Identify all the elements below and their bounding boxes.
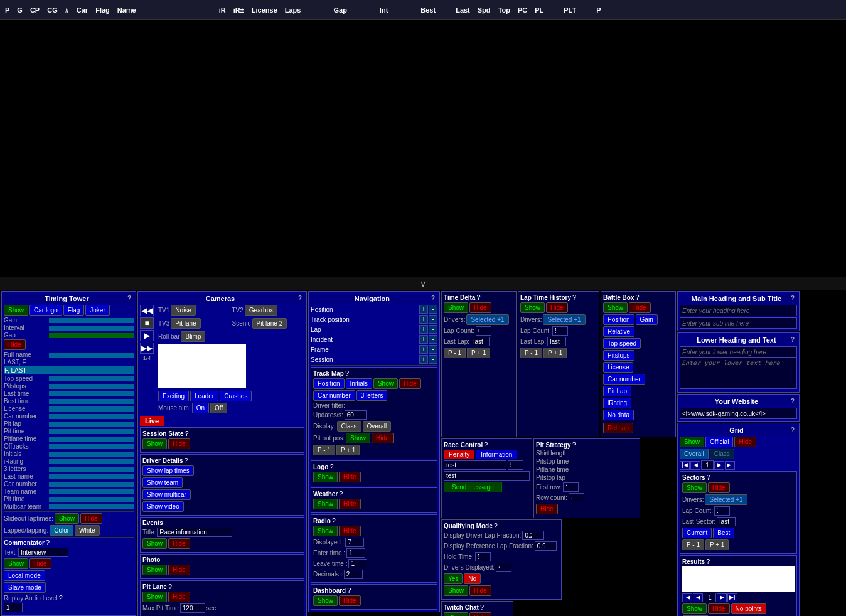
col-ir[interactable]: iR xyxy=(219,6,226,14)
results-last-btn[interactable]: ▶| xyxy=(727,593,737,602)
track-map-help[interactable]: ? xyxy=(345,369,349,377)
col-license[interactable]: License xyxy=(252,6,277,14)
td-pminus1-btn[interactable]: P - 1 xyxy=(444,348,466,358)
twitch-hide-btn[interactable]: Hide xyxy=(469,612,491,616)
lth-pplus1-btn[interactable]: P + 1 xyxy=(543,348,567,358)
slideout-show-btn[interactable]: Show xyxy=(55,513,79,524)
twitch-help[interactable]: ? xyxy=(480,603,484,611)
nav-trackpos-plus[interactable]: + xyxy=(419,315,428,324)
replay-help[interactable]: ? xyxy=(59,594,63,602)
nav-lap-plus[interactable]: + xyxy=(419,325,428,334)
commentator-help[interactable]: ? xyxy=(46,539,50,546)
pit-strategy-help[interactable]: ? xyxy=(572,441,576,449)
results-first-btn[interactable]: |◀ xyxy=(682,593,692,602)
nav-incident-minus[interactable]: - xyxy=(429,335,437,344)
sectors-current-btn[interactable]: Current xyxy=(682,528,712,538)
nav-lap-minus[interactable]: - xyxy=(429,325,437,334)
commentator-hide-btn[interactable]: Hide xyxy=(29,558,51,569)
ps-hide-btn[interactable]: Hide xyxy=(536,504,558,514)
col-plt[interactable]: PLT xyxy=(564,6,576,14)
show-laptimes-btn[interactable]: Show lap times xyxy=(142,465,194,476)
col-flag[interactable]: Flag xyxy=(95,6,110,14)
show-multicar-btn[interactable]: Show multicar xyxy=(142,489,191,500)
website-input[interactable] xyxy=(680,408,797,419)
td-pplus1-btn[interactable]: P + 1 xyxy=(467,348,490,358)
bb-gain-btn[interactable]: Gain xyxy=(636,314,658,325)
tt-carlogo-btn[interactable]: Car logo xyxy=(29,305,62,316)
qm-driversdisplayed-input[interactable] xyxy=(496,563,511,572)
mouseaim-on-btn[interactable]: On xyxy=(192,403,209,413)
time-delta-help[interactable]: ? xyxy=(476,294,480,301)
radio-displayed-input[interactable] xyxy=(345,538,364,547)
lower-heading-input[interactable] xyxy=(680,346,797,358)
col-car[interactable]: Car xyxy=(77,6,88,14)
col-best[interactable]: Best xyxy=(420,6,436,14)
td-lapcount-input[interactable] xyxy=(476,326,491,336)
events-title-input[interactable] xyxy=(157,528,232,537)
logo-help[interactable]: ? xyxy=(329,463,333,470)
cam-prev-btn[interactable]: ◀◀ xyxy=(140,305,154,316)
tt-hide-btn[interactable]: Hide xyxy=(4,339,26,350)
qm-reflap-input[interactable] xyxy=(535,541,557,551)
results-nopoints-btn[interactable]: No points xyxy=(731,603,766,614)
nav-session-minus[interactable]: - xyxy=(429,355,437,364)
photo-show-btn[interactable]: Show xyxy=(142,565,167,575)
results-show-btn[interactable]: Show xyxy=(682,603,707,614)
driver-details-help[interactable]: ? xyxy=(184,457,188,464)
replay-level-input[interactable] xyxy=(4,603,23,612)
bb-position-btn[interactable]: Position xyxy=(603,314,634,325)
bb-nodata-btn[interactable]: No data xyxy=(603,410,634,420)
scenic-pitlane2-btn[interactable]: Pit lane 2 xyxy=(252,318,287,329)
leader-btn[interactable]: Leader xyxy=(190,391,218,401)
show-team-btn[interactable]: Show team xyxy=(142,477,183,488)
cam-play-btn[interactable]: ▶ xyxy=(140,330,154,341)
slideout-hide-btn[interactable]: Hide xyxy=(80,513,102,524)
rc-input2[interactable] xyxy=(444,471,530,481)
twitch-show-btn[interactable]: Show xyxy=(444,612,468,616)
lth-lapcount-input[interactable] xyxy=(552,326,568,336)
nav-incident-plus[interactable]: + xyxy=(419,335,428,344)
mouseaim-off-btn[interactable]: Off xyxy=(210,403,227,413)
bb-hide-btn[interactable]: Hide xyxy=(629,302,651,313)
weather-hide-btn[interactable]: Hide xyxy=(339,499,361,509)
lth-hide-btn[interactable]: Hide xyxy=(546,302,568,313)
chevron-bar[interactable]: ∨ xyxy=(0,277,846,290)
send-message-btn[interactable]: Send message xyxy=(444,482,502,492)
maxpittime-input[interactable] xyxy=(180,603,205,613)
sectors-pplus1-btn[interactable]: P + 1 xyxy=(705,539,729,550)
tm-initials-btn[interactable]: Initials xyxy=(346,378,372,389)
sectors-lapcount-input[interactable] xyxy=(714,506,730,516)
nav-frame-minus[interactable]: - xyxy=(429,345,437,354)
tv3-pitlane-btn[interactable]: Pit lane xyxy=(171,318,200,329)
rollbar-blimp-btn[interactable]: Blimp xyxy=(181,331,205,342)
col-name[interactable]: Name xyxy=(117,6,136,14)
nav-position-minus[interactable]: - xyxy=(429,305,437,314)
lth-show-btn[interactable]: Show xyxy=(520,302,545,313)
rc-input1[interactable] xyxy=(444,460,506,470)
lapped-color-btn[interactable]: Color xyxy=(50,525,73,536)
grid-overall-btn[interactable]: Overall xyxy=(680,449,709,459)
lower-text-area[interactable] xyxy=(680,358,797,389)
grid-last-btn[interactable]: ▶| xyxy=(725,461,735,470)
results-hide-btn[interactable]: Hide xyxy=(708,603,730,614)
cameras-help[interactable]: ? xyxy=(298,295,302,302)
events-show-btn[interactable]: Show xyxy=(142,538,167,549)
dashboard-hide-btn[interactable]: Hide xyxy=(339,595,361,606)
logo-show-btn[interactable]: Show xyxy=(313,472,338,482)
race-control-help[interactable]: ? xyxy=(484,441,488,449)
bb-pitlap-btn[interactable]: Pit Lap xyxy=(603,386,631,396)
col-cp[interactable]: CP xyxy=(30,6,40,14)
col-cg[interactable]: CG xyxy=(47,6,58,14)
radio-show-btn[interactable]: Show xyxy=(313,526,338,536)
sectors-hide-btn[interactable]: Hide xyxy=(708,482,730,493)
radio-decimals-input[interactable] xyxy=(344,570,363,579)
website-help[interactable]: ? xyxy=(791,398,795,405)
col-spd[interactable]: Spd xyxy=(478,6,491,14)
sectors-lastsector-input[interactable] xyxy=(717,517,736,526)
tm-overall-btn[interactable]: Overall xyxy=(363,421,392,432)
sectors-pminus1-btn[interactable]: P - 1 xyxy=(682,539,704,550)
dashboard-show-btn[interactable]: Show xyxy=(313,595,338,606)
bb-topspeed-btn[interactable]: Top speed xyxy=(603,338,641,349)
radio-hide-btn[interactable]: Hide xyxy=(339,526,361,536)
grid-next-btn[interactable]: ▶ xyxy=(714,461,724,470)
